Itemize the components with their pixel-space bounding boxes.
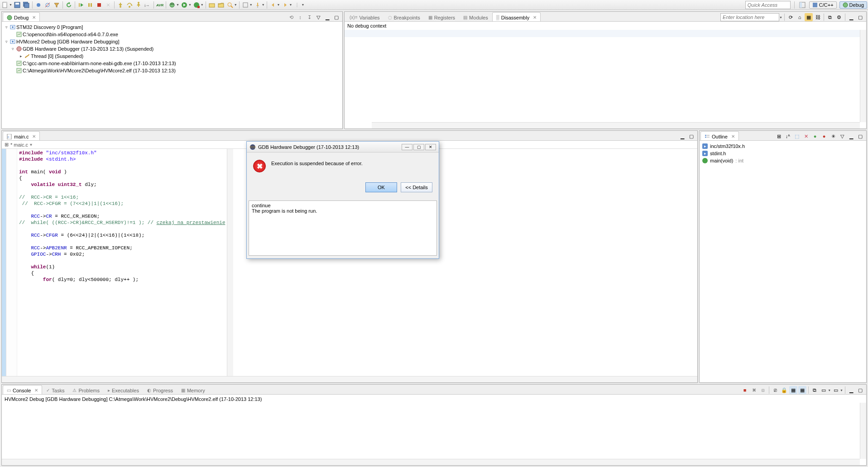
back-icon[interactable] [269,1,277,9]
tree-toggle-icon[interactable]: ▿ [4,39,9,44]
dropdown-arrow-icon[interactable]: ▼ [249,3,253,6]
scrollbar-v[interactable] [860,30,866,122]
breadcrumb[interactable]: * maic.c [10,142,28,148]
link-icon[interactable]: ⛓ [814,13,822,21]
open-console-icon[interactable]: ⧉ [810,386,819,394]
details-button[interactable]: << Details [401,182,432,192]
search-icon[interactable] [226,1,234,9]
outline-toolbtn[interactable]: ● [811,132,819,140]
view-menu-icon[interactable]: ▽ [838,132,846,140]
outline-toolbtn[interactable]: ✳ [829,132,837,140]
breakpoint-toggle-icon[interactable] [34,1,43,9]
debug-tree-row[interactable]: ▿HVMcore2 Debug [GDB Hardware Debugging] [2,38,342,45]
dropdown-arrow-icon[interactable]: ▼ [234,3,237,6]
tab-console[interactable]: ▭Console✕ [3,385,42,394]
debug-tree-row[interactable]: C:\Atmega\Work\HVMcore2\Debug\HVMcore2.e… [2,67,342,74]
refresh-icon[interactable]: ⟳ [786,13,795,21]
copy-icon[interactable]: ⧉ [826,13,834,21]
tab-breakpoints[interactable]: ◌Breakpoints [384,12,424,21]
dropdown-arrow-icon[interactable]: ▼ [176,3,179,6]
restart-icon[interactable] [65,1,73,9]
outline-item[interactable]: ▸inc/stm32f10x.h [702,143,863,150]
folding-gutter[interactable] [6,149,17,376]
debug-view-toolbutton[interactable]: ⟲ [287,13,295,21]
perspective-cpp[interactable]: C/C++ [809,1,837,9]
outline-toolbtn[interactable]: ↓ᴬ [784,132,792,140]
dropdown-arrow-icon[interactable]: ▼ [262,3,265,6]
outline-toolbtn[interactable]: ⬚ [793,132,801,140]
debug-tab[interactable]: Debug ✕ [3,12,40,21]
debug-view-toolbutton[interactable]: ↕ [296,13,304,21]
debug-tree-row[interactable]: ▸Thread [0] (Suspended) [2,52,342,60]
debug-tree-row[interactable]: C:\openocd\bin-x64\openocd-x64-0.7.0.exe [2,31,342,38]
dialog-titlebar[interactable]: GDB Hardware Debugger (17-10-2013 12:13)… [247,142,439,152]
debug-tree-row[interactable]: ▿STM32 Discovery 0 [Program] [2,24,342,31]
tab-tasks[interactable]: ✓Tasks [42,385,68,394]
maximize-icon[interactable]: ▢ [856,132,864,140]
resume-icon[interactable] [77,1,85,9]
debug-tree-row[interactable]: ▿GDB Hardware Debugger (17-10-2013 12:13… [2,45,342,52]
close-icon[interactable]: ✕ [533,15,537,20]
highlight-icon[interactable]: ▦ [805,13,813,21]
perspective-debug[interactable]: Debug [839,1,867,9]
dropdown-arrow-icon[interactable]: ▼ [188,3,192,6]
open-folder-icon[interactable] [217,1,225,9]
settings-icon[interactable]: ⚙ [835,13,843,21]
suspend-icon[interactable] [86,1,94,9]
close-icon[interactable]: ✕ [34,388,38,393]
minimize-icon[interactable]: ▁ [323,13,331,21]
tab-disassembly[interactable]: ▒Disassembly✕ [492,12,541,21]
terminate-icon[interactable] [95,1,103,9]
run-launch-icon[interactable] [180,1,188,9]
remove-terminated-icon[interactable]: ✖ [750,386,758,394]
tree-toggle-icon[interactable]: ▸ [18,54,24,58]
dropdown-arrow-icon[interactable]: ▼ [828,389,831,392]
maximize-icon[interactable]: ▢ [332,13,340,21]
tree-toggle-icon[interactable]: ▿ [10,47,15,51]
close-icon[interactable]: ✕ [731,134,735,139]
close-icon[interactable]: ✕ [32,134,36,139]
new-icon[interactable] [1,1,9,9]
scroll-lock-icon[interactable]: 🔒 [780,386,788,394]
ok-button[interactable]: OK [365,182,397,192]
dropdown-arrow-icon[interactable]: ▼ [301,3,304,6]
quick-access-input[interactable] [745,1,791,9]
scrollbar-v[interactable] [227,149,233,376]
dropdown-arrow-icon[interactable]: ▼ [840,389,843,392]
outline-item[interactable]: ▸stdint.h [702,150,863,157]
scrollbar-h[interactable] [2,376,697,382]
debug-launch-icon[interactable] [168,1,176,9]
save-all-icon[interactable] [22,1,30,9]
terminate-console-icon[interactable]: ■ [741,386,749,394]
nav-sep-icon[interactable] [293,1,301,9]
tree-toggle-icon[interactable]: ▿ [4,25,9,29]
dropdown-arrow-icon[interactable]: ▼ [9,3,12,6]
editor-tab-main-c[interactable]: c main.c ✕ [3,131,40,140]
step-filters-icon[interactable] [53,1,61,9]
dropdown-arrow-icon[interactable]: ▼ [201,3,204,6]
skip-breakpoints-icon[interactable] [43,1,52,9]
minimize-icon[interactable]: ▁ [847,132,855,140]
maximize-icon[interactable]: ▢ [687,132,695,140]
scrollbar-v[interactable] [860,403,866,459]
breakpoint-gutter[interactable] [2,149,6,376]
remove-all-terminated-icon[interactable]: ⦻ [759,386,767,394]
toggle-icon[interactable] [241,1,249,9]
minimize-icon[interactable]: ▁ [678,132,686,140]
close-icon[interactable]: ✕ [32,15,36,20]
step-into-icon[interactable] [116,1,125,9]
breadcrumb-dropdown-icon[interactable]: ▾ [30,142,32,147]
forward-icon[interactable] [281,1,289,9]
step-over-icon[interactable] [125,1,134,9]
minimize-icon[interactable]: ▁ [847,13,855,21]
debug-tree[interactable]: ▿STM32 Discovery 0 [Program]C:\openocd\b… [2,22,342,76]
tab-executables[interactable]: ▸Executables [104,385,143,394]
dropdown-arrow-icon[interactable]: ▼ [779,16,782,19]
maximize-icon[interactable]: ▢ [856,13,864,21]
tab-problems[interactable]: ⚠Problems [68,385,103,394]
maximize-icon[interactable]: ▢ [856,386,864,394]
outline-tree[interactable]: ▸inc/stm32f10x.h▸stdint.hmain(void) : in… [700,141,866,166]
ext-tools-icon[interactable] [192,1,201,9]
outline-toolbtn[interactable]: ● [820,132,828,140]
dialog-close-button[interactable]: ✕ [425,144,436,150]
